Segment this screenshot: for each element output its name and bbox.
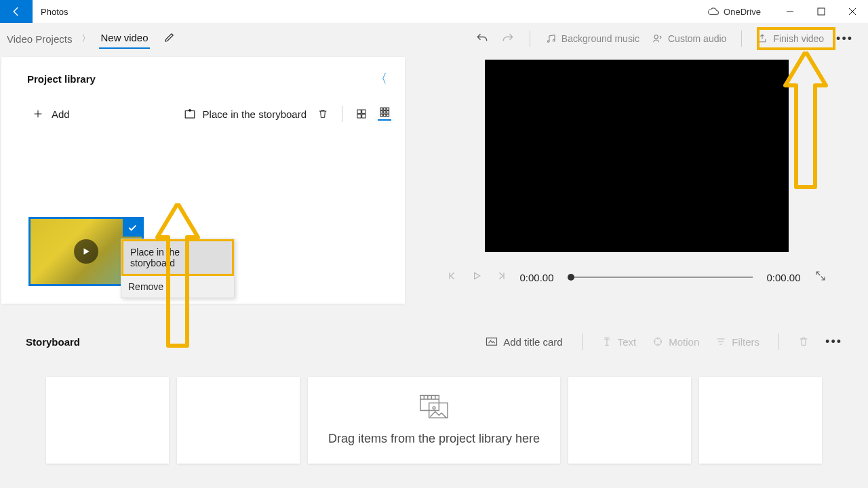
svg-rect-12	[380, 111, 382, 113]
cloud-icon	[707, 7, 719, 16]
time-current: 0:00.00	[520, 272, 554, 283]
minimize-button[interactable]	[774, 0, 806, 23]
svg-point-22	[433, 407, 435, 409]
storyboard-slot[interactable]	[46, 377, 169, 464]
svg-rect-11	[387, 108, 389, 110]
motion-button: Motion	[652, 336, 699, 348]
next-frame-button[interactable]	[496, 270, 507, 284]
breadcrumb-parent[interactable]: Video Projects	[5, 30, 73, 47]
play-button[interactable]	[471, 270, 482, 284]
svg-rect-9	[380, 108, 382, 110]
storyboard-slot[interactable]	[568, 377, 691, 464]
svg-point-1	[547, 41, 549, 43]
custom-audio-button[interactable]: Custom audio	[652, 33, 726, 44]
annotation-highlight-finish	[757, 27, 835, 50]
media-placeholder-icon	[419, 394, 449, 420]
back-button[interactable]	[0, 0, 33, 23]
time-duration: 0:00.00	[766, 272, 800, 283]
storyboard-track[interactable]: Drag items from the project library here	[0, 377, 868, 464]
more-button[interactable]: •••	[836, 32, 853, 46]
title-card-icon	[486, 336, 498, 347]
grid-small-button[interactable]	[378, 107, 391, 121]
storyboard-slot[interactable]	[699, 377, 822, 464]
selected-check-icon	[123, 219, 142, 237]
add-media-button[interactable]: Add	[33, 108, 70, 120]
play-overlay-icon[interactable]	[74, 239, 98, 264]
redo-button[interactable]	[501, 32, 515, 45]
trash-icon	[798, 336, 809, 348]
grid-large-button[interactable]	[355, 107, 368, 121]
svg-rect-5	[357, 110, 361, 113]
svg-rect-16	[384, 114, 386, 116]
project-library-title: Project library	[27, 73, 96, 85]
svg-rect-15	[380, 114, 382, 116]
video-preview[interactable]	[485, 60, 789, 252]
divider	[582, 333, 583, 350]
grid-2x2-icon	[356, 108, 367, 119]
breadcrumb-current[interactable]: New video	[99, 29, 149, 49]
text-button: Text	[601, 336, 637, 348]
storyboard-slot[interactable]	[177, 377, 300, 464]
maximize-button[interactable]	[806, 0, 837, 23]
svg-rect-0	[818, 8, 825, 15]
progress-slider[interactable]	[568, 277, 753, 278]
storyboard-delete-button	[798, 336, 809, 348]
annotation-arrow-finish	[778, 52, 833, 194]
svg-point-3	[654, 35, 658, 39]
delete-button[interactable]	[316, 107, 330, 121]
filters-button: Filters	[715, 336, 760, 348]
svg-rect-8	[362, 115, 366, 118]
annotation-arrow-context	[151, 203, 205, 352]
app-title: Photos	[41, 7, 68, 17]
svg-rect-17	[387, 114, 389, 116]
storyboard-title: Storyboard	[26, 336, 80, 348]
svg-point-2	[553, 39, 555, 41]
audio-icon	[652, 33, 663, 44]
svg-rect-13	[384, 111, 386, 113]
collapse-library-button[interactable]: 〈	[375, 70, 394, 87]
undo-button[interactable]	[475, 32, 489, 45]
trash-icon	[317, 108, 328, 120]
svg-rect-14	[387, 111, 389, 113]
text-icon	[601, 336, 612, 347]
onedrive-status[interactable]: OneDrive	[707, 7, 761, 17]
storyboard-icon	[184, 108, 196, 120]
drag-hint-text: Drag items from the project library here	[328, 432, 540, 446]
svg-rect-7	[357, 115, 361, 118]
svg-rect-4	[185, 111, 195, 119]
svg-rect-6	[362, 110, 366, 113]
prev-frame-button[interactable]	[447, 270, 458, 284]
edit-name-button[interactable]	[163, 31, 176, 46]
fullscreen-button[interactable]	[814, 270, 827, 285]
divider	[342, 106, 342, 122]
svg-rect-10	[384, 108, 386, 110]
grid-3x3-icon	[379, 106, 390, 117]
motion-icon	[652, 336, 663, 347]
divider	[778, 333, 779, 350]
divider	[530, 30, 530, 47]
close-button[interactable]	[837, 0, 868, 23]
background-music-button[interactable]: Background music	[545, 33, 639, 44]
filters-icon	[715, 336, 726, 347]
music-icon	[545, 33, 556, 44]
place-in-storyboard-button[interactable]: Place in the storyboard	[184, 108, 307, 120]
divider	[741, 30, 742, 47]
add-title-card-button[interactable]: Add title card	[486, 336, 563, 348]
plus-icon	[33, 108, 43, 119]
storyboard-drop-hint[interactable]: Drag items from the project library here	[308, 377, 561, 464]
storyboard-more-button[interactable]: •••	[825, 335, 842, 349]
chevron-right-icon: 〉	[81, 33, 91, 45]
